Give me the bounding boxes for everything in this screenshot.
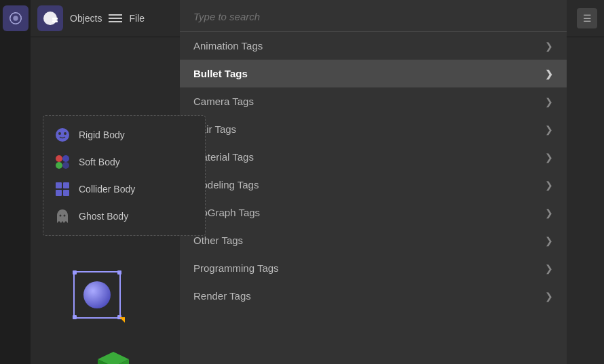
camera-tags-item[interactable]: Camera Tags ❯ <box>180 87 567 115</box>
soft-body-item[interactable]: Soft Body <box>43 148 205 176</box>
left-sidebar <box>0 0 31 364</box>
rigid-body-item[interactable]: Rigid Body <box>43 121 205 148</box>
tags-list: Animation Tags ❯ Bullet Tags ❯ Camera Ta… <box>180 32 567 310</box>
svg-rect-4 <box>52 18 58 20</box>
sphere-thumbnail <box>83 281 111 308</box>
handle-tl <box>73 270 77 275</box>
triangle-indicator <box>119 317 125 323</box>
other-tags-item[interactable]: Other Tags ❯ <box>180 226 567 254</box>
render-tags-item[interactable]: Render Tags ❯ <box>180 282 567 310</box>
collider-body-item[interactable]: Collider Body <box>43 176 205 203</box>
soft-body-label: Soft Body <box>79 157 120 167</box>
body-type-popup: Rigid Body Soft Body <box>43 115 206 236</box>
chevron-right-icon: ❯ <box>545 124 553 135</box>
camera-tags-label: Camera Tags <box>193 96 254 107</box>
panel-options-button[interactable]: ☰ <box>577 8 597 28</box>
chevron-right-icon: ❯ <box>545 291 553 302</box>
chevron-right-icon: ❯ <box>545 235 553 246</box>
objects-label: Objects <box>70 13 102 24</box>
chevron-right-icon: ❯ <box>545 152 553 163</box>
chevron-right-icon: ❯ <box>545 263 553 274</box>
ghost-body-label: Ghost Body <box>79 211 128 222</box>
ghost-body-icon <box>54 208 71 224</box>
svg-point-8 <box>64 132 67 135</box>
svg-rect-13 <box>56 182 62 188</box>
chevron-right-icon: ❯ <box>545 207 553 218</box>
object-icon <box>37 5 63 31</box>
svg-point-11 <box>56 162 62 169</box>
bullet-tags-item[interactable]: Bullet Tags ❯ <box>180 60 567 87</box>
programming-tags-item[interactable]: Programming Tags ❯ <box>180 254 567 282</box>
collider-body-icon <box>54 181 71 197</box>
svg-point-6 <box>56 128 69 142</box>
svg-point-7 <box>58 132 61 135</box>
file-label[interactable]: File <box>129 13 145 24</box>
green-cube-thumb[interactable] <box>95 349 132 364</box>
svg-point-18 <box>64 215 66 217</box>
handle-tr <box>117 270 121 275</box>
tags-search-input[interactable] <box>193 11 553 22</box>
collider-body-label: Collider Body <box>79 184 135 195</box>
animation-tags-label: Animation Tags <box>193 40 263 52</box>
material-tags-item[interactable]: Material Tags ❯ <box>180 143 567 171</box>
chevron-right-icon: ❯ <box>545 180 553 190</box>
programming-tags-label: Programming Tags <box>193 262 279 274</box>
render-tags-label: Render Tags <box>193 290 251 302</box>
ghost-body-item[interactable]: Ghost Body <box>43 203 205 230</box>
tags-search-area <box>180 0 567 32</box>
animation-tags-item[interactable]: Animation Tags ❯ <box>180 32 567 60</box>
mograph-tags-item[interactable]: MoGraph Tags ❯ <box>180 199 567 226</box>
chevron-right-icon: ❯ <box>545 68 553 79</box>
rigid-body-icon <box>54 127 71 143</box>
hamburger-menu[interactable] <box>109 14 122 22</box>
soft-body-icon <box>54 154 71 170</box>
svg-rect-16 <box>63 190 69 196</box>
chevron-right-icon: ❯ <box>545 41 553 52</box>
svg-point-10 <box>62 155 69 162</box>
svg-point-9 <box>56 155 62 162</box>
selected-object-thumb[interactable] <box>73 271 121 319</box>
svg-rect-14 <box>63 182 69 188</box>
tags-dropdown-panel: Animation Tags ❯ Bullet Tags ❯ Camera Ta… <box>180 0 567 364</box>
rigid-body-label: Rigid Body <box>79 129 125 140</box>
handle-bl <box>73 315 77 319</box>
viewport-thumbs <box>73 271 121 319</box>
svg-point-12 <box>62 162 69 169</box>
sidebar-main-icon[interactable] <box>3 5 29 31</box>
other-tags-label: Other Tags <box>193 235 243 246</box>
bullet-tags-label: Bullet Tags <box>193 68 248 79</box>
svg-point-17 <box>60 215 62 217</box>
hair-tags-item[interactable]: Hair Tags ❯ <box>180 115 567 143</box>
modeling-tags-item[interactable]: Modeling Tags ❯ <box>180 171 567 199</box>
svg-point-1 <box>13 16 18 20</box>
chevron-right-icon: ❯ <box>545 96 553 107</box>
svg-rect-15 <box>56 190 62 196</box>
svg-rect-5 <box>52 20 58 22</box>
